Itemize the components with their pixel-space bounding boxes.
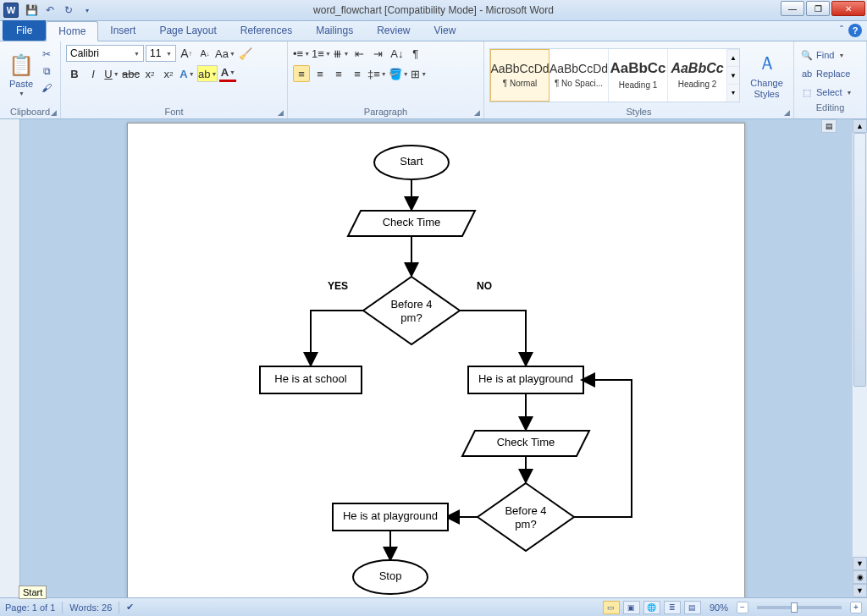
dialog-launcher-icon[interactable]: ◢	[784, 108, 790, 117]
view-print-layout-icon[interactable]: ▭	[603, 601, 620, 614]
undo-icon[interactable]: ↶	[42, 3, 58, 18]
subscript-button[interactable]: x2	[141, 65, 158, 82]
align-right-button[interactable]: ≡	[330, 65, 347, 82]
tab-mailings[interactable]: Mailings	[304, 20, 365, 41]
highlight-icon[interactable]: ab▼	[197, 65, 218, 82]
group-editing: 🔍Find▼ abReplace ⬚Select▼ Editing	[794, 41, 867, 118]
line-spacing-icon[interactable]: ‡≡▼	[367, 65, 387, 82]
view-full-screen-icon[interactable]: ▣	[623, 601, 640, 614]
italic-button[interactable]: I	[85, 65, 102, 82]
font-size-combo[interactable]: 11▼	[146, 45, 176, 62]
shrink-font-icon[interactable]: A↓	[196, 45, 213, 62]
fc-school: He is at school	[274, 372, 346, 385]
dialog-launcher-icon[interactable]: ◢	[278, 108, 284, 117]
style-normal[interactable]: AaBbCcDd¶ Normal	[490, 49, 549, 102]
show-hide-icon[interactable]: ¶	[407, 45, 424, 62]
superscript-button[interactable]: x2	[160, 65, 177, 82]
styles-more-icon[interactable]: ▾	[727, 84, 739, 102]
fc-start: Start	[400, 155, 423, 168]
tab-page-layout[interactable]: Page Layout	[147, 20, 228, 41]
fc-play1: He is at playground	[478, 372, 573, 385]
increase-indent-icon[interactable]: ⇥	[370, 45, 387, 62]
document-page[interactable]: Start Check Time Before 4 pm? YES NO He …	[127, 123, 745, 597]
minimize-button[interactable]: —	[781, 1, 804, 16]
zoom-in-button[interactable]: +	[850, 602, 862, 613]
close-button[interactable]: ✕	[831, 1, 865, 16]
zoom-level[interactable]: 90%	[710, 602, 728, 613]
scroll-up-icon[interactable]: ▲	[853, 119, 867, 133]
zoom-knob[interactable]	[791, 602, 798, 613]
replace-icon: ab	[801, 69, 813, 79]
cut-icon[interactable]: ✂	[39, 47, 54, 62]
fc-check1: Check Time	[383, 216, 441, 228]
styles-scroll: ▲ ▼ ▾	[727, 49, 739, 102]
scroll-thumb[interactable]	[853, 133, 866, 387]
sort-icon[interactable]: A↓	[389, 45, 406, 62]
group-paragraph: •≡▼ 1≡▼ ⧻▼ ⇤ ⇥ A↓ ¶ ≡ ≡ ≡ ≡ ‡≡▼ 🪣▼ ⊞▼ Pa…	[288, 41, 484, 118]
select-button[interactable]: ⬚Select▼	[799, 84, 861, 101]
view-draft-icon[interactable]: ▤	[684, 601, 701, 614]
select-icon: ⬚	[801, 87, 813, 98]
styles-scroll-down-icon[interactable]: ▼	[727, 66, 739, 84]
align-left-button[interactable]: ≡	[293, 65, 310, 82]
maximize-button[interactable]: ❐	[806, 1, 830, 16]
vertical-ruler[interactable]	[0, 119, 20, 597]
replace-button[interactable]: abReplace	[799, 65, 861, 82]
font-name-combo[interactable]: Calibri▼	[66, 45, 144, 62]
tab-references[interactable]: References	[229, 20, 304, 41]
clear-formatting-icon[interactable]: 🧹	[237, 45, 254, 62]
status-page[interactable]: Page: 1 of 1	[5, 602, 55, 613]
tab-review[interactable]: Review	[365, 20, 422, 41]
dialog-launcher-icon[interactable]: ◢	[51, 108, 57, 117]
paste-button[interactable]: 📋 Paste ▼	[5, 45, 37, 105]
title-bar: W 💾 ↶ ↻ ▾ word_flowchart [Compatibility …	[0, 0, 867, 21]
align-center-button[interactable]: ≡	[312, 65, 329, 82]
minimize-ribbon-icon[interactable]: ˆ	[840, 25, 843, 36]
proofing-icon[interactable]: ✔	[126, 602, 134, 613]
grow-font-icon[interactable]: A↑	[178, 45, 195, 62]
underline-button[interactable]: U▼	[103, 65, 120, 82]
tab-file[interactable]: File	[3, 20, 46, 41]
decrease-indent-icon[interactable]: ⇤	[351, 45, 368, 62]
save-icon[interactable]: 💾	[24, 3, 39, 18]
strikethrough-button[interactable]: abc	[122, 65, 140, 82]
shading-icon[interactable]: 🪣▼	[389, 65, 409, 82]
change-styles-button[interactable]: Ａ Change Styles	[745, 49, 788, 100]
tab-insert[interactable]: Insert	[98, 20, 147, 41]
view-outline-icon[interactable]: ≣	[664, 601, 681, 614]
ruler-toggle-icon[interactable]: ▤	[821, 119, 837, 133]
vertical-scrollbar[interactable]: ▲ ▼ ◉ ▼	[852, 119, 867, 597]
styles-scroll-up-icon[interactable]: ▲	[727, 49, 739, 67]
style-heading-2[interactable]: AaBbCcHeading 2	[668, 49, 727, 102]
bold-button[interactable]: B	[66, 65, 83, 82]
change-styles-label: Change Styles	[748, 78, 785, 98]
tab-home[interactable]: Home	[46, 21, 98, 41]
bullets-icon[interactable]: •≡▼	[293, 45, 310, 62]
zoom-slider[interactable]	[757, 606, 842, 609]
text-effects-icon[interactable]: A▼	[179, 65, 196, 82]
format-painter-icon[interactable]: 🖌	[39, 80, 54, 96]
zoom-out-button[interactable]: −	[737, 602, 748, 613]
numbering-icon[interactable]: 1≡▼	[312, 45, 331, 62]
scroll-down-icon[interactable]: ▼	[853, 557, 867, 570]
multilevel-list-icon[interactable]: ⧻▼	[333, 45, 350, 62]
help-icon[interactable]: ?	[848, 24, 862, 37]
qat-customize-icon[interactable]: ▾	[80, 3, 95, 18]
ribbon-tabs: File Home Insert Page Layout References …	[0, 21, 867, 41]
tab-view[interactable]: View	[422, 20, 468, 41]
borders-icon[interactable]: ⊞▼	[411, 65, 428, 82]
style-heading-1[interactable]: AaBbCcHeading 1	[609, 49, 668, 102]
dialog-launcher-icon[interactable]: ◢	[474, 108, 480, 117]
status-words[interactable]: Words: 26	[69, 602, 112, 613]
change-case-icon[interactable]: Aa▼	[215, 45, 235, 62]
next-page-icon[interactable]: ▼	[853, 584, 867, 597]
view-web-layout-icon[interactable]: 🌐	[643, 601, 660, 614]
redo-icon[interactable]: ↻	[61, 3, 76, 18]
style-no-spacing[interactable]: AaBbCcDd¶ No Spaci...	[549, 49, 609, 102]
font-color-icon[interactable]: A▼	[219, 65, 236, 82]
group-label-font: Font	[164, 107, 183, 117]
justify-button[interactable]: ≡	[349, 65, 366, 82]
copy-icon[interactable]: ⧉	[39, 63, 54, 79]
prev-page-icon[interactable]: ◉	[853, 570, 867, 584]
find-button[interactable]: 🔍Find▼	[799, 47, 861, 63]
